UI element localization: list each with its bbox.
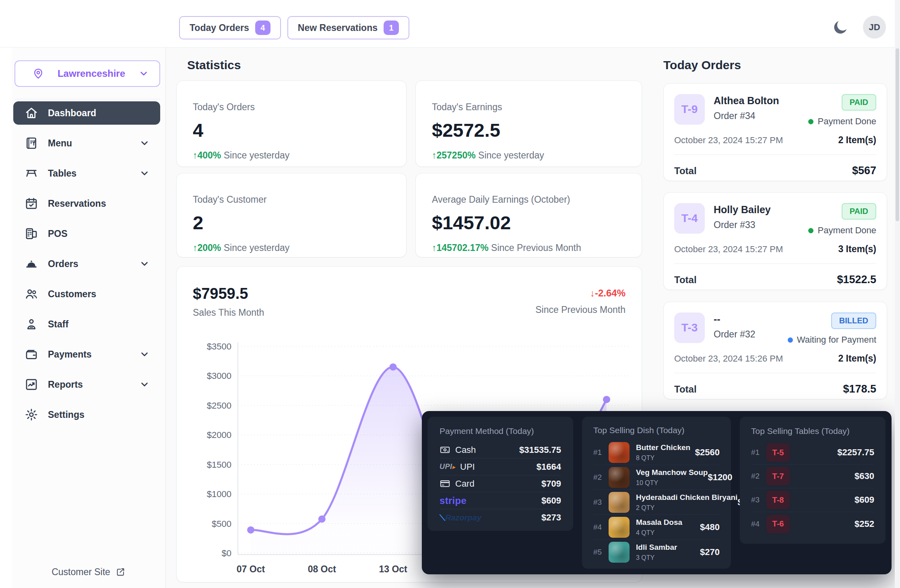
svg-text:07 Oct: 07 Oct bbox=[237, 564, 265, 574]
statistics-heading: Statistics bbox=[187, 58, 241, 72]
status-dot-icon bbox=[808, 228, 813, 233]
sidebar-item-label: Tables bbox=[48, 168, 76, 179]
customer-site-link[interactable]: Customer Site bbox=[12, 567, 165, 578]
dish-rank: #1 bbox=[593, 448, 609, 457]
order-table-badge: T-4 bbox=[674, 203, 705, 234]
top-table-row: #1 T-5 $2257.75 bbox=[751, 441, 874, 465]
order-card[interactable]: T-3 -- Order #32 BILLED Waiting for Paym… bbox=[663, 302, 887, 399]
top-dish-row: #4 Masala Dosa 4 QTY $480 bbox=[593, 515, 720, 540]
payment-method-name: Cash bbox=[455, 445, 476, 455]
sidebar-item-menu[interactable]: Menu bbox=[13, 132, 160, 155]
sidebar-item-tables[interactable]: Tables bbox=[13, 162, 160, 185]
order-payment-note: Waiting for Payment bbox=[788, 335, 876, 345]
sidebar-item-dashboard[interactable]: Dashboard bbox=[13, 101, 160, 125]
top-dish-row: #1 Butter Chicken 8 QTY $2560 bbox=[593, 440, 720, 465]
order-item-count: 3 Item(s) bbox=[838, 244, 876, 255]
staff-icon bbox=[25, 317, 38, 331]
table-price: $2257.75 bbox=[837, 447, 874, 458]
external-link-icon bbox=[115, 567, 126, 578]
order-table-badge: T-3 bbox=[674, 313, 705, 343]
stat-card-delta: ↑400% Since yesterday bbox=[193, 150, 390, 161]
page-scrollbar[interactable] bbox=[895, 0, 900, 588]
order-customer-name: -- bbox=[714, 313, 756, 325]
sidebar-item-settings[interactable]: Settings bbox=[13, 403, 160, 426]
dish-photo bbox=[609, 517, 630, 538]
sidebar-item-orders[interactable]: Orders bbox=[13, 252, 160, 275]
location-name: Lawrenceshire bbox=[44, 68, 138, 79]
order-payment-note: Payment Done bbox=[808, 225, 876, 236]
sales-delta: ↓-2.64% bbox=[535, 288, 625, 299]
order-number: Order #33 bbox=[714, 220, 771, 230]
today-orders-button-label: Today Orders bbox=[190, 23, 249, 33]
table-badge: T-7 bbox=[766, 467, 790, 485]
payment-method-row: Cash $31535.75 bbox=[440, 442, 561, 458]
dish-name: Butter Chicken bbox=[636, 443, 690, 452]
order-card-divider bbox=[674, 263, 876, 264]
top-selling-tables-panel: Top Selling Tables (Today) #1 T-5 $2257.… bbox=[740, 417, 886, 544]
stat-card-value: $2572.5 bbox=[432, 119, 625, 141]
stat-card: Today's Customer 2 ↑200% Since yesterday bbox=[176, 173, 407, 257]
status-dot-icon bbox=[808, 119, 813, 124]
order-customer-name: Holly Bailey bbox=[714, 204, 771, 216]
dish-price: $480 bbox=[700, 522, 720, 532]
pos-terminal-icon bbox=[25, 227, 38, 241]
stat-card-label: Today's Customer bbox=[193, 194, 390, 205]
table-rank: #2 bbox=[751, 472, 766, 481]
sidebar-item-label: Staff bbox=[48, 319, 68, 330]
chevron-down-icon bbox=[139, 349, 150, 360]
stat-card-delta: ↑257250% Since yesterday bbox=[432, 150, 625, 161]
chevron-down-icon bbox=[138, 68, 149, 79]
table-rank: #4 bbox=[751, 520, 766, 528]
order-number: Order #32 bbox=[714, 329, 756, 340]
location-selector[interactable]: Lawrenceshire bbox=[14, 60, 160, 87]
new-reservations-button-label: New Reservations bbox=[298, 23, 378, 33]
new-reservations-count-badge: 1 bbox=[384, 21, 399, 35]
report-chart-icon bbox=[25, 378, 38, 391]
dark-mode-toggle[interactable] bbox=[832, 18, 851, 37]
sidebar: Lawrenceshire Dashboard Menu Tables Rese… bbox=[12, 47, 166, 588]
svg-text:13 Oct: 13 Oct bbox=[379, 564, 407, 574]
top-dish-row: #3 Hyderabadi Chicken Biryani 2 QTY $600 bbox=[593, 490, 720, 515]
order-card[interactable]: T-9 Althea Bolton Order #34 PAID Payment… bbox=[663, 83, 887, 181]
sidebar-item-payments[interactable]: Payments bbox=[13, 343, 160, 366]
top-dish-row: #5 Idli Sambar 3 QTY $270 bbox=[593, 540, 720, 565]
razorpay-logo-icon: ⟍Razorpay bbox=[440, 513, 481, 522]
svg-text:$1000: $1000 bbox=[207, 489, 231, 499]
dish-rank: #3 bbox=[593, 498, 609, 507]
dish-photo bbox=[609, 492, 630, 513]
sidebar-item-staff[interactable]: Staff bbox=[13, 313, 160, 336]
sidebar-item-reports[interactable]: Reports bbox=[13, 373, 160, 396]
table-badge: T-8 bbox=[766, 491, 790, 509]
order-item-count: 2 Item(s) bbox=[838, 135, 876, 146]
payment-method-name: Card bbox=[455, 479, 475, 489]
cloche-icon bbox=[25, 257, 38, 271]
user-avatar[interactable]: JD bbox=[863, 16, 886, 39]
order-total-label: Total bbox=[674, 165, 697, 177]
new-reservations-button[interactable]: New Reservations 1 bbox=[287, 16, 409, 39]
order-customer-name: Althea Bolton bbox=[714, 95, 779, 107]
order-card[interactable]: T-4 Holly Bailey Order #33 PAID Payment … bbox=[663, 192, 887, 290]
svg-text:$2000: $2000 bbox=[207, 430, 231, 440]
table-price: $609 bbox=[855, 495, 874, 505]
cash-icon bbox=[440, 444, 450, 455]
order-card-divider bbox=[674, 373, 876, 373]
dish-qty: 4 QTY bbox=[636, 529, 682, 537]
dish-price: $1200 bbox=[708, 472, 732, 483]
sidebar-item-reservations[interactable]: Reservations bbox=[13, 192, 160, 215]
sidebar-item-label: Menu bbox=[48, 138, 72, 149]
sidebar-item-customers[interactable]: Customers bbox=[13, 282, 160, 306]
stat-card: Today's Earnings $2572.5 ↑257250% Since … bbox=[415, 80, 642, 167]
sidebar-item-label: Orders bbox=[48, 259, 78, 269]
sidebar-item-pos[interactable]: POS bbox=[13, 222, 160, 245]
scrollbar-thumb[interactable] bbox=[896, 48, 899, 221]
location-pin-icon bbox=[32, 68, 44, 80]
table-badge: T-6 bbox=[766, 515, 790, 533]
table-price: $252 bbox=[855, 519, 874, 529]
today-orders-button[interactable]: Today Orders 4 bbox=[179, 16, 281, 39]
payment-method-row: Card $709 bbox=[440, 475, 561, 492]
menu-book-icon bbox=[25, 136, 38, 150]
order-card-divider bbox=[674, 154, 876, 155]
stat-card-value: 2 bbox=[193, 212, 390, 234]
svg-text:$3500: $3500 bbox=[207, 341, 231, 352]
down-arrow-icon: ↓ bbox=[590, 288, 595, 298]
